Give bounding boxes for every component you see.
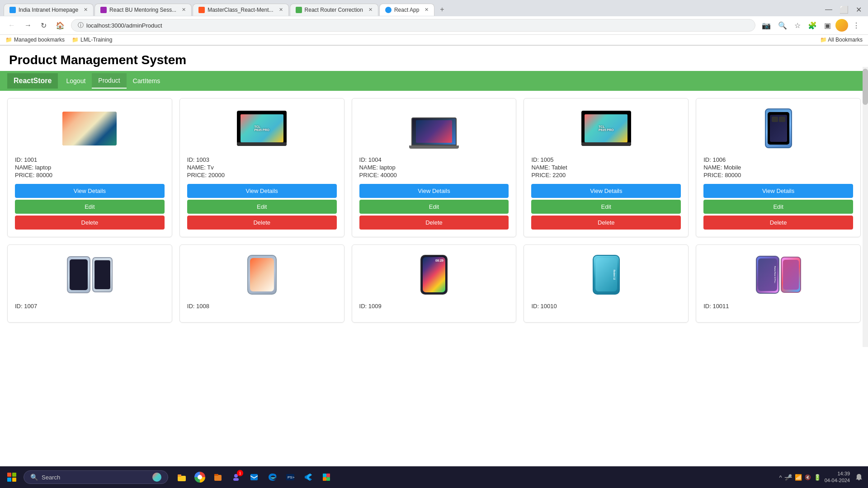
navbar-brand[interactable]: ReactStore (7, 73, 58, 89)
product-card-1008: ID: 1008 (179, 244, 344, 323)
scroll-thumb[interactable] (863, 69, 868, 105)
tab-1[interactable]: India Intranet Homepage ✕ (4, 4, 94, 16)
tab-4[interactable]: React Router Correction ✕ (290, 4, 378, 16)
product-image-4: TCLP635 PRO (581, 111, 631, 146)
product-name-4: NAME: Tablet (531, 164, 681, 171)
tab-5[interactable]: React App ✕ (379, 4, 434, 16)
product-info-9: ID: 10010 (531, 303, 681, 310)
delete-button-4[interactable]: Delete (531, 216, 681, 230)
product-image-area-9: Redmi 12 (531, 252, 681, 297)
product-image-area-7 (187, 252, 337, 297)
forward-button[interactable]: → (22, 19, 34, 31)
product-id-2: ID: 1003 (187, 156, 337, 163)
product-info-5: ID: 1006 NAME: Mobile PRICE: 80000 (703, 156, 853, 179)
bookmarks-bar: 📁 Managed bookmarks 📁 LML-Training 📁 All… (0, 35, 868, 45)
secure-icon: ⓘ (78, 21, 84, 29)
tab-close-1[interactable]: ✕ (81, 7, 88, 13)
edit-button-1[interactable]: Edit (15, 200, 165, 214)
nav-link-cartitems[interactable]: CartItems (127, 74, 167, 88)
product-image-area-3 (359, 106, 509, 151)
new-tab-button[interactable]: + (435, 3, 448, 16)
profile-avatar[interactable] (835, 19, 848, 32)
product-image-8: 08:29 (420, 255, 448, 295)
product-image-7 (247, 255, 277, 295)
product-id-9: ID: 10010 (531, 303, 681, 310)
delete-button-1[interactable]: Delete (15, 216, 165, 230)
product-image-6 (67, 256, 113, 293)
view-details-button-3[interactable]: View Details (359, 184, 509, 198)
delete-button-5[interactable]: Delete (703, 216, 853, 230)
product-price-1: PRICE: 80000 (15, 172, 165, 178)
product-id-8: ID: 1009 (359, 303, 509, 310)
edit-button-4[interactable]: Edit (531, 200, 681, 214)
tab-favicon-5 (385, 7, 392, 13)
product-image-area-6 (15, 252, 165, 297)
menu-icon[interactable]: ⋮ (850, 19, 863, 32)
screenshot-icon[interactable]: 📷 (759, 19, 774, 32)
tab-3[interactable]: MasterClass_React-Ment... ✕ (193, 4, 288, 16)
product-image-area-2: TCLP635 PRO (187, 106, 337, 151)
tab-close-4[interactable]: ✕ (366, 7, 373, 13)
view-details-button-5[interactable]: View Details (703, 184, 853, 198)
all-bookmarks-label: All Bookmarks (828, 37, 863, 43)
product-id-7: ID: 1008 (187, 303, 337, 310)
extensions-icon[interactable]: 🧩 (805, 19, 820, 32)
zoom-icon[interactable]: 🔍 (775, 19, 790, 32)
back-button[interactable]: ← (5, 19, 18, 31)
view-details-button-1[interactable]: View Details (15, 184, 165, 198)
product-card-1009: 08:29 ID: 1009 (352, 244, 517, 323)
product-name-5: NAME: Mobile (703, 164, 853, 171)
tab-close-5[interactable]: ✕ (422, 7, 429, 13)
delete-button-2[interactable]: Delete (187, 216, 337, 230)
nav-link-logout[interactable]: Logout (60, 74, 92, 88)
tab-title-4: React Router Correction (305, 7, 363, 13)
product-card-10011: Redmi Note 12 Pro+ ID: 10011 (696, 244, 861, 323)
edit-button-2[interactable]: Edit (187, 200, 337, 214)
home-button[interactable]: 🏠 (53, 19, 67, 32)
tab-close-2[interactable]: ✕ (179, 7, 186, 13)
nav-actions: 📷 🔍 ☆ 🧩 ▣ ⋮ (759, 19, 863, 32)
edit-button-3[interactable]: Edit (359, 200, 509, 214)
product-card-1005: TCLP635 PRO ID: 1005 NAME: Tablet PRICE:… (524, 98, 689, 237)
delete-button-3[interactable]: Delete (359, 216, 509, 230)
product-image-2: TCLP635 PRO (237, 111, 287, 146)
product-card-1004: ID: 1004 NAME: laptop PRICE: 40000 View … (352, 98, 517, 237)
tab-favicon-4 (296, 7, 302, 13)
bookmark-star-icon[interactable]: ☆ (792, 19, 803, 32)
scroll-indicator[interactable] (863, 67, 868, 347)
reload-button[interactable]: ↻ (38, 19, 49, 32)
sidebar-toggle[interactable]: ▣ (821, 19, 834, 32)
all-bookmarks-button[interactable]: 📁 All Bookmarks (820, 37, 863, 43)
view-details-button-2[interactable]: View Details (187, 184, 337, 198)
browser-chrome: India Intranet Homepage ✕ React BU Mento… (0, 0, 868, 46)
bookmark-folder-icon: 📁 (5, 37, 12, 43)
page-title: Product Management System (0, 46, 868, 71)
view-details-button-4[interactable]: View Details (531, 184, 681, 198)
tab-favicon-1 (9, 7, 16, 13)
product-card-1006: ID: 1006 NAME: Mobile PRICE: 80000 View … (696, 98, 861, 237)
product-image-1 (62, 112, 117, 145)
product-price-3: PRICE: 40000 (359, 172, 509, 178)
product-image-5 (765, 108, 792, 148)
close-window-button[interactable]: ✕ (853, 4, 864, 16)
product-image-9: Redmi 12 (593, 255, 620, 295)
product-image-area-10: Redmi Note 12 Pro+ (703, 252, 853, 297)
product-info-2: ID: 1003 NAME: Tv PRICE: 20000 (187, 156, 337, 179)
bookmark-lml[interactable]: 📁 LML-Training (72, 37, 112, 43)
product-name-2: NAME: Tv (187, 164, 337, 171)
minimize-button[interactable]: — (822, 4, 835, 16)
bookmark-managed-label: Managed bookmarks (14, 37, 65, 43)
product-id-4: ID: 1005 (531, 156, 681, 163)
product-name-1: NAME: laptop (15, 164, 165, 171)
address-text: localhost:3000/adminProduct (86, 22, 749, 29)
product-image-area-8: 08:29 (359, 252, 509, 297)
bookmark-managed[interactable]: 📁 Managed bookmarks (5, 37, 65, 43)
nav-link-product[interactable]: Product (92, 73, 126, 89)
edit-button-5[interactable]: Edit (703, 200, 853, 214)
tab-close-3[interactable]: ✕ (276, 7, 283, 13)
product-price-4: PRICE: 2200 (531, 172, 681, 178)
address-bar[interactable]: ⓘ localhost:3000/adminProduct (71, 19, 755, 32)
tab-2[interactable]: React BU Mentoring Sess... ✕ (94, 4, 192, 16)
product-image-3 (409, 108, 459, 149)
maximize-button[interactable]: ⬜ (837, 4, 851, 16)
